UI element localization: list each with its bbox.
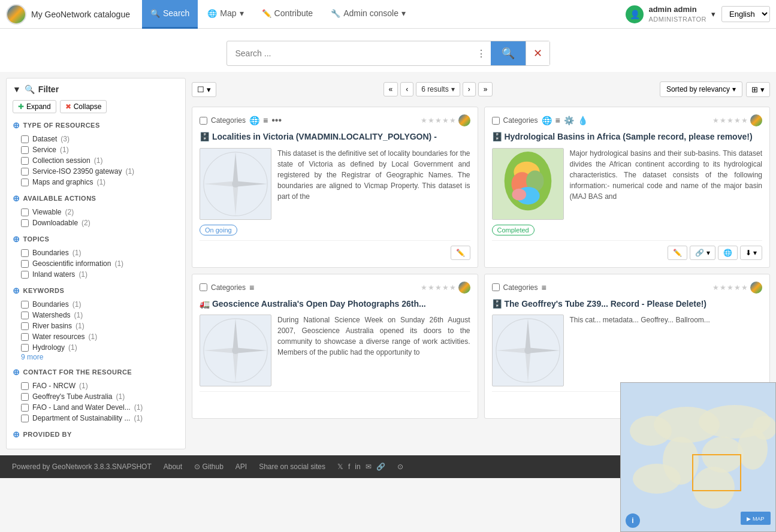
last-page-button[interactable]: » bbox=[478, 82, 493, 96]
card2-globe-button[interactable]: 🌐 bbox=[718, 246, 738, 260]
search-options-button[interactable]: ⋮ bbox=[472, 48, 491, 59]
card1-more-menu[interactable]: ••• bbox=[271, 115, 282, 126]
filter-inland-waters[interactable]: Inland waters (1) bbox=[13, 269, 179, 280]
filter-kw-watersheds[interactable]: Watersheds (1) bbox=[13, 310, 179, 321]
nav-search[interactable]: 🔍 Search bbox=[142, 0, 198, 29]
card1-edit-button[interactable]: ✏️ bbox=[451, 246, 470, 260]
filter-arrow-icon: ▼ bbox=[13, 84, 21, 94]
search-nav-icon: 🔍 bbox=[150, 9, 160, 18]
filter-boundaries[interactable]: Boundaries (1) bbox=[13, 247, 179, 258]
filter-service-iso[interactable]: Service-ISO 23950 gateway (1) bbox=[13, 166, 179, 177]
footer-rss[interactable]: ⊙ bbox=[397, 463, 403, 471]
footer-linkedin[interactable]: in bbox=[355, 463, 360, 471]
card2-cat-icon2: ≡ bbox=[555, 116, 560, 125]
nav-admin[interactable]: 🔧 Admin console ▾ bbox=[322, 0, 414, 29]
card3-description: During National Science Week on Sunday 2… bbox=[277, 315, 470, 386]
card3-footer bbox=[200, 391, 470, 397]
svg-marker-15 bbox=[233, 350, 238, 382]
card4-checkbox[interactable] bbox=[492, 283, 500, 291]
filter-downloadable[interactable]: Downloadable (2) bbox=[13, 217, 179, 228]
card1-checkbox[interactable] bbox=[200, 117, 207, 125]
svg-marker-2 bbox=[233, 184, 238, 216]
filter-header[interactable]: ▼ 🔍 Filter bbox=[13, 84, 179, 94]
admin-info[interactable]: 👤 admin admin ADMINISTRATOR ▾ bbox=[626, 5, 715, 23]
available-actions-items: Viewable (2) Downloadable (2) bbox=[13, 207, 179, 228]
card1-tags: On going bbox=[200, 225, 470, 235]
filter-collection[interactable]: Collection session (1) bbox=[13, 155, 179, 166]
svg-marker-3 bbox=[204, 181, 235, 186]
filter-fao-land[interactable]: FAO - Land and Water Devel... (1) bbox=[13, 402, 179, 413]
filter-service[interactable]: Service (1) bbox=[13, 144, 179, 155]
filter-kw-water-resources[interactable]: Water resources (1) bbox=[13, 331, 179, 342]
filter-kw-boundaries[interactable]: Boundaries (1) bbox=[13, 299, 179, 310]
card3-stars: ★★★★★ bbox=[421, 283, 456, 292]
sidebar: ▼ 🔍 Filter ✚ Expand ✖ Collapse ⊕ TYPE OF… bbox=[6, 78, 186, 449]
section-keywords[interactable]: ⊕ KEYWORDS bbox=[13, 286, 179, 295]
card3-checkbox[interactable] bbox=[200, 283, 207, 291]
section-provided-by[interactable]: ⊕ PROVIDED BY bbox=[13, 430, 179, 439]
card2-thumbnail bbox=[492, 148, 564, 220]
app-title: My GeoNetwork catalogue bbox=[31, 10, 130, 19]
keywords-more[interactable]: 9 more bbox=[13, 353, 179, 361]
expand-button[interactable]: ✚ Expand bbox=[13, 100, 56, 113]
filter-kw-hydrology[interactable]: Hydrology (1) bbox=[13, 342, 179, 353]
card1-footer: ✏️ bbox=[200, 240, 470, 260]
card1-cat-icon: 🌐 bbox=[249, 116, 259, 125]
nav-contribute[interactable]: ✏️ Contribute bbox=[253, 0, 322, 29]
nav-map[interactable]: 🌐 Map ▾ bbox=[199, 0, 252, 29]
view-mode-button[interactable]: ⊞ ▾ bbox=[746, 82, 770, 97]
footer-link[interactable]: 🔗 bbox=[376, 463, 385, 471]
card4-category: Categories bbox=[503, 283, 538, 292]
card2-link-button[interactable]: 🔗 ▾ bbox=[690, 246, 715, 260]
footer-about[interactable]: About bbox=[164, 463, 182, 471]
filter-viewable[interactable]: Viewable (2) bbox=[13, 207, 179, 217]
collapse-button[interactable]: ✖ Collapse bbox=[60, 100, 107, 113]
select-all-button[interactable]: ☐ ▾ bbox=[192, 82, 216, 97]
footer-github[interactable]: ⊙ Github bbox=[194, 463, 224, 471]
section-type-resources[interactable]: ⊕ TYPE OF RESOURCES bbox=[13, 120, 179, 130]
search-area: ⋮ 🔍 ✕ bbox=[0, 29, 776, 72]
footer-socials: 𝕏 f in ✉ 🔗 bbox=[337, 463, 385, 471]
sort-button[interactable]: Sorted by relevancy ▾ bbox=[660, 81, 742, 97]
first-page-button[interactable]: « bbox=[384, 82, 398, 96]
footer-api[interactable]: API bbox=[235, 463, 247, 471]
card1-cat-icon2: ≡ bbox=[263, 116, 268, 125]
section-provided-icon: ⊕ bbox=[13, 430, 20, 439]
results-count[interactable]: 6 results ▾ bbox=[416, 82, 460, 96]
africa-map-svg bbox=[493, 148, 563, 220]
card1-stars: ★★★★★ bbox=[421, 116, 456, 125]
footer-facebook[interactable]: f bbox=[348, 463, 350, 471]
card1-type-icon: 🗄️ bbox=[200, 132, 210, 141]
card2-download-button[interactable]: ⬇ ▾ bbox=[740, 246, 762, 260]
card2-header-left: Categories 🌐 ≡ ⚙️ 💧 bbox=[492, 116, 588, 125]
svg-point-5 bbox=[232, 180, 239, 188]
search-submit-button[interactable]: 🔍 bbox=[491, 41, 526, 65]
card1-description: This dataset is the definitive set of lo… bbox=[277, 148, 470, 220]
section-contact[interactable]: ⊕ CONTACT FOR THE RESOURCE bbox=[13, 367, 179, 377]
filter-maps[interactable]: Maps and graphics (1) bbox=[13, 177, 179, 188]
card2-edit-button[interactable]: ✏️ bbox=[668, 246, 687, 260]
section-topics[interactable]: ⊕ TOPICS bbox=[13, 234, 179, 244]
footer-email[interactable]: ✉ bbox=[366, 463, 372, 471]
filter-geoscientific[interactable]: Geoscientific information (1) bbox=[13, 258, 179, 269]
footer-twitter[interactable]: 𝕏 bbox=[337, 463, 343, 471]
language-selector[interactable]: English bbox=[721, 6, 770, 22]
card4-header-right: ★★★★★ bbox=[712, 282, 762, 294]
card2-checkbox[interactable] bbox=[492, 117, 500, 125]
next-page-button[interactable]: › bbox=[463, 82, 476, 96]
card4-title: 🗄️ The Geoffrey's Tube Z39... Record - P… bbox=[492, 298, 763, 310]
section-available-actions[interactable]: ⊕ AVAILABLE ACTIONS bbox=[13, 194, 179, 203]
nav-right-area: 👤 admin admin ADMINISTRATOR ▾ English bbox=[626, 5, 770, 23]
card3-user-dot bbox=[458, 282, 470, 294]
logo-area[interactable]: My GeoNetwork catalogue bbox=[6, 4, 130, 25]
search-input[interactable] bbox=[227, 43, 472, 64]
filter-fao-nrcw[interactable]: FAO - NRCW (1) bbox=[13, 380, 179, 391]
search-clear-button[interactable]: ✕ bbox=[526, 41, 549, 65]
filter-geoffreys[interactable]: Geoffrey's Tube Australia (1) bbox=[13, 391, 179, 402]
filter-dataset[interactable]: Dataset (3) bbox=[13, 134, 179, 144]
svg-marker-22 bbox=[496, 347, 527, 353]
filter-dept-sustainability[interactable]: Department of Sustainability ... (1) bbox=[13, 413, 179, 424]
footer-share[interactable]: Share on social sites bbox=[259, 463, 325, 471]
filter-kw-river-basins[interactable]: River basins (1) bbox=[13, 321, 179, 331]
prev-page-button[interactable]: ‹ bbox=[400, 82, 413, 96]
